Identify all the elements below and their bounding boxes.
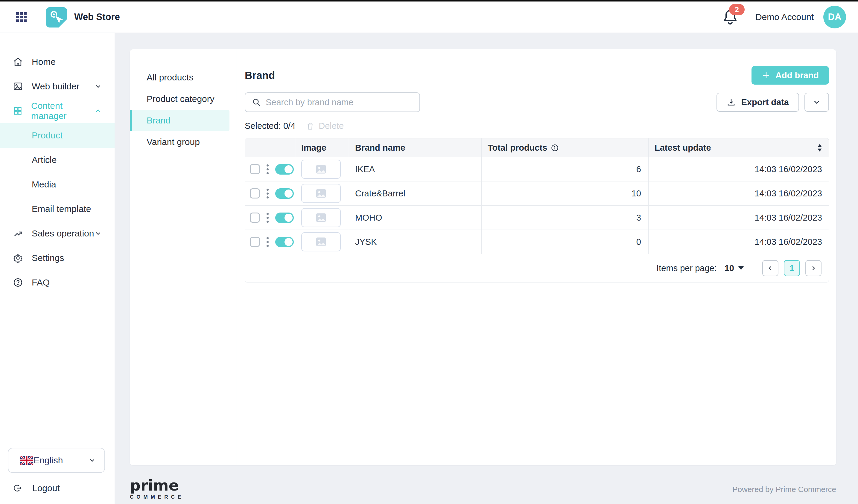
sidebar-item-sales-operation[interactable]: Sales operation [0,221,115,246]
sidebar-item-label: FAQ [32,277,50,288]
table-header: Image Brand name Total products Latest u… [245,139,829,157]
table-row: Crate&Barrel 10 14:03 16/02/2023 [245,181,829,205]
items-per-page-label: Items per page: [656,263,717,273]
row-enabled-toggle[interactable] [275,237,294,247]
row-checkbox[interactable] [250,188,260,198]
web-store-logo [46,6,68,28]
search-icon [252,98,261,107]
app-title: Web Store [74,12,120,22]
latest-update-cell: 14:03 16/02/2023 [648,181,829,205]
add-brand-button[interactable]: Add brand [751,66,829,85]
chevron-down-icon [94,82,102,90]
subnav-label: Product category [147,94,214,104]
delete-button[interactable]: Delete [306,121,344,131]
uk-flag-icon [20,456,33,465]
sidebar-item-article[interactable]: Article [0,148,115,172]
header-cell-latest-update: Latest update [648,139,829,157]
avatar[interactable]: DA [823,6,846,28]
brand-name-cell: Crate&Barrel [349,181,481,205]
subnav-item-variant-group[interactable]: Variant group [130,131,229,153]
table-row: JYSK 0 14:03 16/02/2023 [245,230,829,254]
image-placeholder-icon [316,213,327,223]
row-enabled-toggle[interactable] [275,188,294,199]
row-menu-icon[interactable] [265,188,270,200]
subnav-item-product-category[interactable]: Product category [130,88,229,110]
home-icon [13,57,23,67]
toggle-knob [285,214,292,222]
delete-label: Delete [319,121,344,131]
image-placeholder-icon [316,164,327,174]
trend-icon [13,228,23,239]
subnav-label: Brand [147,115,171,126]
notification-badge: 2 [729,4,745,15]
sidebar-item-content-manager[interactable]: Content manager [0,99,115,123]
row-menu-icon[interactable] [265,236,270,248]
powered-by-text: Powered by Prime Commerce [732,485,836,494]
grid-dots-icon [16,11,28,23]
export-options-button[interactable] [805,93,829,112]
sidebar-item-product[interactable]: Product [0,123,115,148]
subnav-item-all-products[interactable]: All products [130,67,229,88]
page-1-button[interactable]: 1 [784,260,800,276]
row-enabled-toggle[interactable] [275,213,294,223]
row-checkbox[interactable] [250,237,260,247]
brand-image-placeholder[interactable] [301,232,341,251]
sidebar-item-label: Content manager [31,101,94,121]
content-area: All products Product category Brand Vari… [115,33,858,504]
page-title: Brand [245,69,275,81]
total-products-cell: 3 [481,205,648,230]
subnav-item-brand[interactable]: Brand [130,110,229,131]
table-row: MOHO 3 14:03 16/02/2023 [245,205,829,230]
app-switcher-icon[interactable] [15,11,28,23]
search-input[interactable] [266,97,413,107]
latest-update-cell: 14:03 16/02/2023 [648,157,829,181]
language-selector[interactable]: English [8,448,105,473]
sidebar-item-faq[interactable]: FAQ [0,270,115,295]
next-page-button[interactable] [805,260,822,276]
header-cell-controls [245,139,295,157]
logo-word: prime [130,479,184,492]
toggle-knob [285,190,292,198]
sort-icon[interactable] [817,144,822,151]
logout-button[interactable]: Logout [0,476,115,500]
notifications-button[interactable]: 2 [722,9,738,26]
sidebar-item-label: Sales operation [32,228,94,239]
export-data-button[interactable]: Export data [716,93,799,112]
row-enabled-toggle[interactable] [275,164,294,175]
sidebar-item-label: Email template [32,204,91,214]
brand-image-placeholder[interactable] [301,208,341,227]
sidebar-item-label: Web builder [32,81,80,92]
subnav-label: Variant group [147,137,200,147]
brand-image-placeholder[interactable] [301,184,341,203]
selected-count: Selected: 0/4 [245,121,295,131]
brand-image-placeholder[interactable] [301,160,341,179]
row-checkbox[interactable] [250,213,260,223]
header-cell-total-products: Total products [481,139,648,157]
brand-name-cell: JYSK [349,230,481,254]
sidebar-item-label: Media [32,179,56,190]
page-footer: prime COMMERCE Powered by Prime Commerce [130,465,836,500]
row-menu-icon[interactable] [265,163,270,176]
brand-name-cell: IKEA [349,157,481,181]
brand-search [245,92,420,112]
items-per-page-select[interactable]: 10 [725,263,744,273]
account-name[interactable]: Demo Account [756,12,814,22]
sidebar-item-media[interactable]: Media [0,172,115,197]
caret-down-icon [738,266,744,270]
add-brand-label: Add brand [775,70,819,80]
brand-main-panel: Brand Add brand Export data [237,49,836,465]
sidebar-item-label: Article [32,155,57,165]
sidebar-item-home[interactable]: Home [0,50,115,74]
pagination: Items per page: 10 1 [245,254,829,282]
logout-icon [12,483,23,493]
row-menu-icon[interactable] [265,212,270,224]
prev-page-button[interactable] [762,260,778,276]
sidebar-item-web-builder[interactable]: Web builder [0,74,115,99]
row-checkbox[interactable] [250,164,260,174]
info-icon[interactable] [551,144,559,152]
chevron-down-icon [88,456,96,464]
sidebar-item-email-template[interactable]: Email template [0,197,115,221]
latest-update-cell: 14:03 16/02/2023 [648,230,829,254]
header-cell-image: Image [295,139,349,157]
sidebar-item-settings[interactable]: Settings [0,246,115,270]
